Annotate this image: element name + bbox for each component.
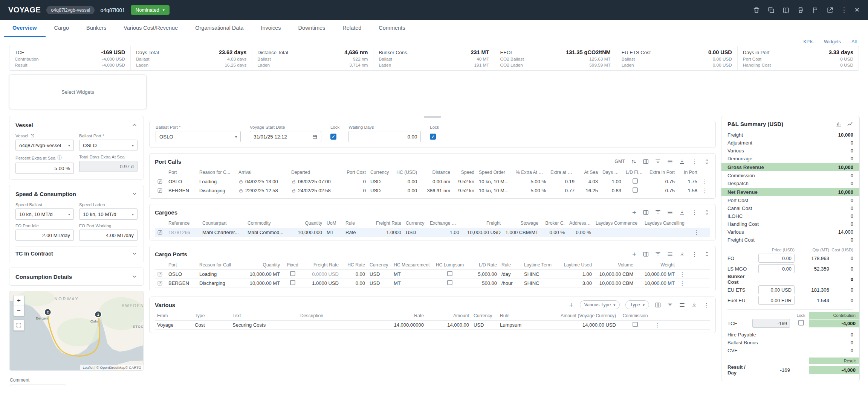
vessel-select[interactable]: o4q87l2vgb-vessel ▾	[15, 140, 74, 151]
map-marker-oslo[interactable]: 1	[95, 311, 102, 318]
vessel-chip[interactable]: o4q87l2vgb-vessel	[46, 6, 95, 14]
speed-ballast-select[interactable]: 10 kn, 10 MT/d ▾	[15, 208, 74, 220]
consumption-details-header[interactable]: Consumption Details	[15, 272, 138, 281]
edit-icon[interactable]	[157, 271, 163, 277]
edit-icon[interactable]	[157, 179, 163, 184]
row-more-icon[interactable]: ⋮	[700, 179, 710, 184]
row-density-icon[interactable]	[667, 251, 673, 257]
waiting-days-input[interactable]	[348, 131, 421, 142]
various-type-filter[interactable]: Various Type ▾	[580, 300, 620, 309]
row-more-icon[interactable]: ⋮	[700, 188, 710, 193]
zoom-in-button[interactable]: +	[14, 295, 24, 306]
journal-icon[interactable]	[782, 6, 790, 14]
fo-port-idle-input[interactable]	[15, 230, 74, 241]
map-marker-bergen[interactable]: 2	[44, 309, 51, 316]
timezone-button[interactable]: GMT	[614, 159, 625, 164]
tab-cargo[interactable]: Cargo	[46, 20, 78, 37]
columns-icon[interactable]	[643, 251, 649, 257]
row-more-icon[interactable]: ⋮	[691, 230, 702, 235]
fullscreen-button[interactable]	[13, 319, 24, 331]
tab-bunkers[interactable]: Bunkers	[78, 20, 115, 37]
tab-comments[interactable]: Comments	[370, 20, 414, 37]
filter-icon[interactable]	[655, 209, 661, 216]
delete-icon[interactable]	[753, 6, 760, 14]
euets-price-input[interactable]	[758, 285, 795, 294]
voyage-start-date-input[interactable]: 31/01/25 12:12	[250, 131, 321, 142]
all-link[interactable]: All	[851, 39, 857, 44]
row-density-icon[interactable]	[667, 158, 673, 165]
vessel-panel-header[interactable]: Vessel	[15, 120, 138, 130]
edit-icon[interactable]	[157, 280, 163, 286]
row-more-icon[interactable]: ⋮	[652, 322, 663, 328]
expand-chevron-icon[interactable]	[131, 251, 138, 257]
resize-handle[interactable]	[424, 116, 441, 118]
row-density-icon[interactable]	[679, 302, 685, 308]
tc-in-contract-header[interactable]: TC In Contract	[15, 246, 138, 257]
tab-downtimes[interactable]: Downtimes	[290, 20, 334, 37]
cargo-port-row[interactable]: BERGEN Discharging 10,000.00 MT 1.0000 U…	[155, 279, 710, 288]
ballast-port-select[interactable]: OSLO ▾	[156, 131, 241, 142]
various-row[interactable]: Voyage Cost Securing Costs 14,000.00000 …	[155, 321, 710, 330]
open-external-icon[interactable]	[826, 6, 834, 14]
cargo-row[interactable]: 18781266 Mabl Charterer... Mabl Commod..…	[155, 228, 710, 237]
hc-lumpsum-checkbox[interactable]	[447, 280, 452, 285]
bar-chart-icon[interactable]	[836, 121, 842, 127]
add-various-icon[interactable]: +	[568, 301, 574, 309]
more-icon[interactable]: ⋮	[691, 210, 698, 215]
flag-icon[interactable]	[811, 6, 819, 14]
filter-icon[interactable]	[655, 251, 661, 257]
sort-icon[interactable]	[631, 158, 637, 165]
columns-icon[interactable]	[643, 158, 649, 165]
ld-fixed-checkbox[interactable]	[633, 178, 638, 184]
speed-panel-header[interactable]: Speed & Consumption	[15, 189, 138, 199]
map-attribution[interactable]: Leaflet | © OpenStreetMap© CARTO	[80, 365, 144, 370]
collapse-chevron-icon[interactable]	[131, 122, 138, 128]
tab-various-cost-revenue[interactable]: Various Cost/Revenue	[115, 20, 186, 37]
row-more-icon[interactable]: ⋮	[677, 280, 688, 286]
ld-fixed-checkbox[interactable]	[633, 187, 638, 193]
tce-input[interactable]	[752, 319, 790, 328]
info-icon[interactable]: ⓘ	[57, 155, 62, 161]
tce-lock-checkbox[interactable]	[798, 320, 804, 326]
fixed-checkbox[interactable]	[290, 280, 295, 285]
row-more-icon[interactable]: ⋮	[677, 271, 688, 277]
filter-icon[interactable]	[655, 158, 661, 165]
reorder-icon[interactable]	[704, 209, 710, 216]
percent-extra-input[interactable]	[15, 163, 74, 174]
more-icon[interactable]: ⋮	[841, 7, 847, 13]
reorder-icon[interactable]	[704, 251, 710, 257]
add-cargo-port-icon[interactable]: +	[631, 251, 637, 258]
filter-icon[interactable]	[667, 302, 673, 308]
fo-port-working-input[interactable]	[79, 230, 138, 241]
tab-overview[interactable]: Overview	[4, 20, 46, 37]
open-vessel-icon[interactable]	[30, 134, 35, 138]
more-icon[interactable]: ⋮	[691, 251, 698, 257]
tab-organisational-data[interactable]: Organisational Data	[186, 20, 252, 37]
waiting-days-lock-checkbox[interactable]	[430, 134, 436, 140]
edit-icon[interactable]	[157, 188, 163, 193]
download-icon[interactable]	[679, 158, 685, 165]
download-icon[interactable]	[679, 251, 685, 257]
select-widgets-button[interactable]: Select Widgets	[61, 89, 94, 95]
calendar-icon[interactable]	[312, 134, 318, 140]
start-date-lock-checkbox[interactable]	[330, 134, 336, 140]
port-call-row[interactable]: OSLO Loading 04/02/25 13:00 06/02/25 07:…	[155, 177, 710, 186]
fo-price-input[interactable]	[758, 254, 795, 263]
tab-related[interactable]: Related	[334, 20, 370, 37]
zoom-out-button[interactable]: −	[14, 306, 24, 316]
comment-input[interactable]	[10, 385, 66, 394]
port-call-row[interactable]: BERGEN Discharging 22/02/25 12:58 24/02/…	[155, 186, 710, 195]
add-cargo-icon[interactable]: +	[631, 209, 637, 216]
fixed-checkbox[interactable]	[290, 271, 295, 276]
download-icon[interactable]	[691, 302, 697, 308]
reorder-icon[interactable]	[704, 158, 710, 165]
hc-lumpsum-checkbox[interactable]	[447, 271, 452, 276]
print-icon[interactable]	[797, 6, 804, 14]
map-canvas[interactable]: NORWAY SWEDEN Bergen Oslo STOCKHOLM 2 1	[9, 291, 144, 370]
commission-checkbox[interactable]	[633, 322, 638, 327]
row-density-icon[interactable]	[667, 209, 673, 216]
expand-chevron-icon[interactable]	[131, 274, 138, 280]
lsmgo-price-input[interactable]	[758, 264, 795, 273]
type-filter[interactable]: Type ▾	[625, 300, 649, 309]
kpis-link[interactable]: KPIs	[804, 39, 813, 44]
